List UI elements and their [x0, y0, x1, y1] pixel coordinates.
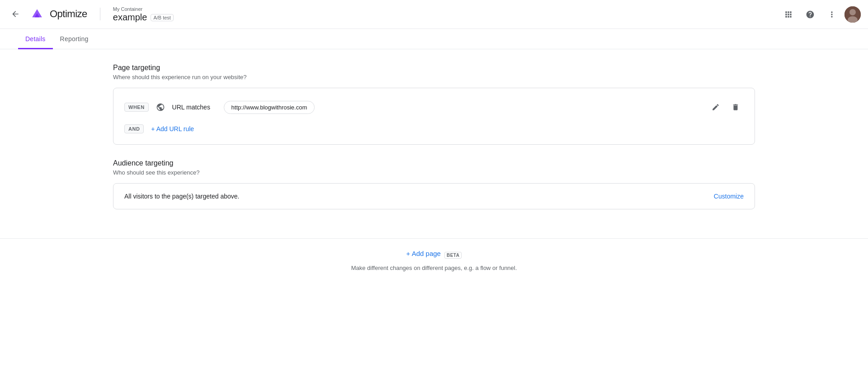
url-rule-row: WHEN URL matches http://www.blogwithrosi… — [124, 99, 744, 115]
container-name: example — [113, 12, 147, 23]
optimize-logo — [29, 6, 45, 22]
container-name-row: example A/B test — [113, 12, 174, 23]
globe-icon — [156, 103, 165, 112]
page-targeting-section: Page targeting Where should this experie… — [113, 64, 755, 145]
audience-targeting-subtitle: Who should see this experience? — [113, 169, 755, 176]
tab-details[interactable]: Details — [18, 29, 53, 49]
audience-description: All visitors to the page(s) targeted abo… — [124, 193, 239, 200]
tabs-bar: Details Reporting — [0, 29, 868, 49]
more-options-button[interactable] — [823, 5, 841, 24]
edit-rule-button[interactable] — [708, 99, 724, 115]
help-button[interactable] — [801, 5, 819, 24]
header-left: Optimize My Container example A/B test — [7, 6, 779, 23]
url-matches-label: URL matches — [172, 104, 213, 111]
and-badge: AND — [124, 124, 144, 133]
user-avatar[interactable] — [844, 6, 861, 23]
app-name: Optimize — [50, 8, 87, 20]
logo-area: Optimize — [29, 6, 87, 22]
add-page-section: + Add page BETA Make different changes o… — [0, 238, 868, 282]
grid-button[interactable] — [779, 5, 797, 24]
back-button[interactable] — [7, 6, 24, 22]
main-content: Page targeting Where should this experie… — [95, 49, 773, 238]
page-targeting-title: Page targeting — [113, 64, 755, 72]
audience-targeting-section: Audience targeting Who should see this e… — [113, 159, 755, 209]
customize-button[interactable]: Customize — [714, 193, 744, 200]
add-url-rule-button[interactable]: + Add URL rule — [151, 125, 194, 132]
when-badge: WHEN — [124, 103, 149, 112]
container-label: My Container — [113, 6, 174, 12]
page-targeting-subtitle: Where should this experience run on your… — [113, 74, 755, 80]
svg-point-1 — [849, 9, 856, 15]
container-info: My Container example A/B test — [113, 6, 174, 23]
header-divider — [100, 8, 100, 20]
header-right — [779, 5, 861, 24]
add-page-button[interactable]: + Add page — [406, 250, 441, 257]
app-header: Optimize My Container example A/B test — [0, 0, 868, 29]
and-rule-row: AND + Add URL rule — [124, 124, 744, 133]
url-value-pill: http://www.blogwithrosie.com — [224, 101, 315, 114]
page-targeting-card: WHEN URL matches http://www.blogwithrosi… — [113, 88, 755, 145]
tab-reporting[interactable]: Reporting — [53, 29, 96, 49]
audience-targeting-title: Audience targeting — [113, 159, 755, 167]
page-container: Page targeting Where should this experie… — [0, 49, 868, 369]
audience-targeting-card: All visitors to the page(s) targeted abo… — [113, 183, 755, 209]
beta-badge: BETA — [444, 252, 462, 259]
delete-rule-button[interactable] — [727, 99, 744, 115]
rule-actions — [708, 99, 744, 115]
ab-test-badge: A/B test — [151, 14, 174, 21]
add-page-description: Make different changes on different page… — [18, 265, 850, 271]
